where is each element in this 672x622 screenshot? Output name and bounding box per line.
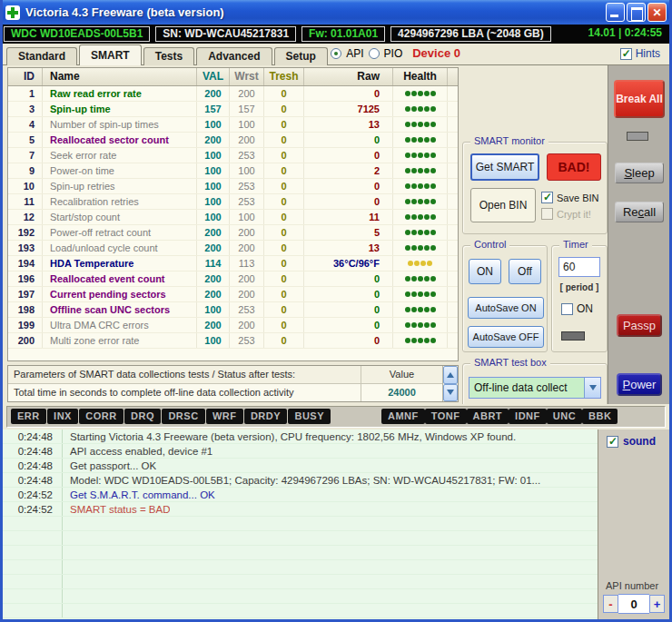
control-off-button[interactable]: Off	[509, 259, 541, 284]
cell-tresh: 0	[264, 86, 304, 101]
cell-val: 200	[197, 133, 230, 147]
smart-row-193[interactable]: 193Load/unload cycle count200200013	[8, 241, 458, 256]
health-dot-icon	[430, 137, 436, 143]
smart-row-199[interactable]: 199Ultra DMA CRC errors20020000	[8, 318, 458, 333]
cell-tresh: 0	[264, 225, 304, 240]
cell-tresh: 0	[264, 256, 304, 271]
health-dot-icon	[424, 291, 430, 297]
api-number-increment-button[interactable]: +	[649, 595, 665, 613]
control-on-button[interactable]: ON	[469, 259, 501, 284]
cell-name: Spin-up retries	[43, 179, 197, 193]
scroll-up-button[interactable]	[443, 366, 458, 384]
save-bin-option: Save BIN	[541, 192, 598, 203]
break-all-button[interactable]: Break All	[614, 80, 665, 118]
health-dot-icon	[405, 168, 410, 173]
crypt-checkbox[interactable]	[541, 208, 553, 220]
maximize-button[interactable]	[627, 3, 646, 22]
log-line-empty	[3, 546, 598, 560]
crypt-label: Crypt it!	[557, 209, 591, 220]
log-time	[3, 560, 63, 574]
api-number-decrement-button[interactable]: -	[603, 595, 618, 613]
sleep-button[interactable]: Sleep	[615, 163, 664, 183]
smart-row-198[interactable]: 198Offline scan UNC sectors10025300	[8, 302, 458, 318]
cell-val: 200	[197, 318, 230, 332]
cell-tresh: 0	[264, 318, 304, 332]
get-smart-button[interactable]: Get SMART	[470, 153, 539, 181]
api-radio[interactable]	[331, 48, 341, 59]
cell-id: 197	[8, 287, 43, 301]
health-dot-icon	[418, 106, 423, 112]
passport-button[interactable]: Passp	[617, 314, 662, 337]
health-dot-icon	[424, 276, 430, 281]
minimize-button[interactable]	[606, 3, 625, 22]
pio-radio[interactable]	[369, 48, 380, 59]
tab-smart[interactable]: SMART	[79, 44, 142, 65]
smart-row-196[interactable]: 196Reallocated event count20020000	[8, 272, 458, 287]
cell-name: Number of spin-up times	[43, 117, 197, 132]
date-time-clock: 14.01 | 0:24:55	[582, 26, 668, 42]
smart-row-4[interactable]: 4Number of spin-up times100100013	[8, 117, 458, 133]
autosave-on-button[interactable]: AutoSave ON	[468, 297, 544, 319]
health-dot-icon	[430, 276, 436, 281]
cell-filler	[448, 302, 458, 317]
smart-row-3[interactable]: 3Spin-up time15715707125	[8, 102, 458, 117]
health-dot-icon	[418, 276, 423, 281]
drive-info-bar: WDC WD10EADS-00L5B1 SN: WD-WCAU45217831 …	[0, 25, 672, 44]
cell-tresh: 0	[264, 148, 304, 163]
power-button[interactable]: Power	[617, 373, 662, 396]
smart-row-197[interactable]: 197Current pending sectors20020000	[8, 287, 458, 302]
smart-row-10[interactable]: 10Spin-up retries10025300	[8, 179, 458, 194]
flag-group-status: ERRINXCORRDRQDRSCWRFDRDYBUSY	[11, 409, 331, 424]
health-dot-icon	[424, 245, 430, 251]
scroll-down-button[interactable]	[443, 384, 458, 402]
smart-row-5[interactable]: 5Reallocated sector count20020000	[8, 133, 458, 148]
cell-wrst: 253	[230, 148, 264, 163]
sound-checkbox[interactable]	[607, 436, 618, 448]
health-dot-icon	[411, 291, 417, 297]
smart-table-header: IDNameVALWrstTreshRawHealth	[8, 68, 458, 86]
cell-raw: 0	[304, 272, 393, 286]
tab-tests[interactable]: Tests	[143, 47, 194, 65]
smart-row-11[interactable]: 11Recalibration retries10025300	[8, 194, 458, 210]
cell-id: 3	[8, 102, 43, 116]
health-dot-icon	[405, 291, 410, 297]
autosave-off-button[interactable]: AutoSave OFF	[468, 326, 544, 348]
smart-row-7[interactable]: 7Seek error rate10025300	[8, 148, 458, 163]
timer-on-checkbox[interactable]	[561, 303, 573, 315]
cell-filler	[448, 225, 458, 240]
smart-row-12[interactable]: 12Start/stop count100100011	[8, 210, 458, 225]
recall-button[interactable]: Recall	[615, 202, 664, 222]
cell-tresh: 0	[264, 194, 304, 209]
params-data-row[interactable]: Total time in seconds to complete off-li…	[8, 384, 442, 401]
smart-row-194[interactable]: 194HDA Temperature114113036°C/96°F	[8, 256, 458, 272]
smart-test-select[interactable]: Off-line data collect	[469, 377, 601, 399]
save-bin-checkbox[interactable]	[541, 192, 553, 203]
health-dot-icon	[418, 245, 423, 251]
health-dot-icon	[418, 153, 423, 158]
smart-row-9[interactable]: 9Power-on time10010002	[8, 163, 458, 179]
health-dot-icon	[424, 322, 430, 328]
tab-setup[interactable]: Setup	[274, 47, 328, 65]
health-dot-icon	[418, 322, 423, 328]
tab-advanced[interactable]: Advanced	[196, 47, 272, 65]
cell-health	[393, 225, 448, 240]
action-button-column: Break All Sleep Recall Passp Power	[608, 65, 669, 404]
api-number-input[interactable]	[618, 594, 649, 614]
dropdown-button[interactable]	[584, 378, 600, 398]
cell-val: 200	[197, 225, 230, 240]
health-dot-icon	[405, 137, 410, 143]
open-bin-button[interactable]: Open BIN	[470, 188, 536, 222]
close-button[interactable]: ✕	[647, 3, 667, 22]
smart-row-200[interactable]: 200Multi zone error rate10025300	[8, 333, 458, 349]
hints-checkbox[interactable]	[620, 48, 632, 60]
drive-firmware: Fw: 01.01A01	[301, 26, 385, 42]
health-dot-icon	[430, 168, 436, 173]
tab-standard[interactable]: Standard	[6, 47, 77, 65]
smart-table-body: 1Raw read error rate200200003Spin-up tim…	[8, 86, 458, 360]
smart-row-1[interactable]: 1Raw read error rate20020000	[8, 86, 458, 102]
cell-val: 100	[197, 302, 230, 317]
smart-row-192[interactable]: 192Power-off retract count20020005	[8, 225, 458, 241]
cell-name: Raw read error rate	[43, 86, 197, 101]
cell-health	[393, 117, 448, 132]
timer-period-input[interactable]	[558, 257, 600, 277]
